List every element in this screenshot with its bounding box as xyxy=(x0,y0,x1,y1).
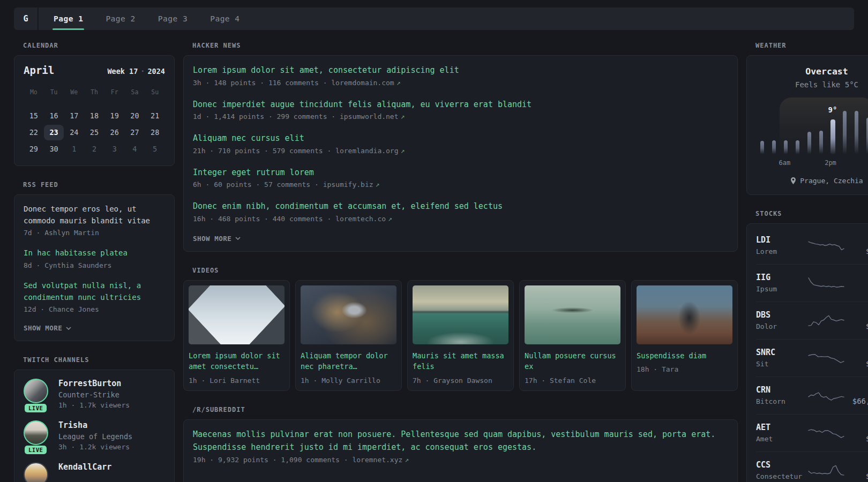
external-link-icon[interactable]: ↗ xyxy=(401,147,405,155)
twitch-channel-row[interactable]: LIVE ForrestBurton Counter-Strike 1h · 1… xyxy=(24,379,165,409)
subreddit-post-meta: 19h · 9,932 points · 1,090 comments · lo… xyxy=(193,456,728,464)
video-title[interactable]: Nullam posuere cursus ex xyxy=(525,350,620,373)
calendar-day: 5 xyxy=(145,141,165,157)
weather-bar xyxy=(855,111,858,154)
weather-bar-cell xyxy=(862,103,868,154)
calendar-day: 4 xyxy=(125,141,145,157)
stock-row[interactable]: CCS Consectetur +0.51% $165.84 xyxy=(756,451,868,482)
video-title[interactable]: Lorem ipsum dolor sit amet consectetu… xyxy=(189,350,285,373)
stock-id: CRN Bitcorn xyxy=(756,385,808,405)
weather-time-label xyxy=(756,159,767,167)
video-title[interactable]: Aliquam tempor dolor nec pharetra… xyxy=(301,350,396,373)
external-link-icon[interactable]: ↗ xyxy=(388,215,392,223)
video-title[interactable]: Mauris sit amet massa felis xyxy=(413,350,508,373)
hackernews-item-domain-link[interactable]: ipsumworld.net xyxy=(340,112,399,120)
calendar-card: April Week 17·2024 MoTuWeThFrSaSu 15 16 xyxy=(14,55,175,166)
twitch-channel-row[interactable]: LIVE Trisha League of Legends 3h · 1.2k … xyxy=(24,420,165,451)
stock-name: Dolor xyxy=(756,322,808,330)
calendar-weekday: Sa xyxy=(125,86,145,99)
video-meta: 1h · Molly Carrillo xyxy=(301,376,396,385)
twitch-card: LIVE ForrestBurton Counter-Strike 1h · 1… xyxy=(14,370,175,482)
stock-price: $148.64 xyxy=(845,359,868,368)
hackernews-item-title[interactable]: Lorem ipsum dolor sit amet, consectetur … xyxy=(193,64,728,77)
twitch-avatar-wrap: LIVE xyxy=(24,420,50,451)
external-link-icon[interactable]: ↗ xyxy=(405,456,409,464)
rss-item: Donec tempor eros leo, ut commodo mauris… xyxy=(24,204,165,237)
video-thumbnail[interactable] xyxy=(189,285,285,344)
stock-values: +0.51% $165.84 xyxy=(845,461,868,480)
hackernews-item-domain-link[interactable]: ipsumify.biz xyxy=(323,180,373,189)
twitch-channel-row[interactable]: KendallCarr xyxy=(24,462,165,482)
weather-bar xyxy=(796,140,799,154)
hackernews-widget: HACKER NEWS Lorem ipsum dolor sit amet, … xyxy=(183,42,738,252)
hackernews-item-title[interactable]: Donec imperdiet augue tincidunt felis al… xyxy=(193,99,728,111)
live-badge: LIVE xyxy=(25,404,47,412)
video-card[interactable]: Mauris sit amet massa felis 7h · Grayson… xyxy=(407,280,514,391)
rss-item: Sed volutpat nulla nisl, a condimentum n… xyxy=(24,280,165,313)
hackernews-item-title[interactable]: Integer eget rutrum lorem xyxy=(193,167,728,179)
calendar-weekday: Mo xyxy=(24,86,44,99)
stock-values: +2.84% $42.04 xyxy=(845,273,868,293)
hackernews-item-title[interactable]: Aliquam nec cursus elit xyxy=(193,132,728,145)
stock-row[interactable]: LDI Lorem +4.35% $795.18 xyxy=(756,227,868,264)
subreddit-post-title[interactable]: Maecenas mollis pulvinar erat non posuer… xyxy=(193,428,728,454)
calendar-weekday-row: MoTuWeThFrSaSu xyxy=(24,86,165,99)
rss-item-title[interactable]: Sed volutpat nulla nisl, a condimentum n… xyxy=(24,280,165,303)
subreddit-post-domain-link[interactable]: loremnet.xyz xyxy=(352,456,402,464)
stock-id: AET Amet xyxy=(756,423,808,443)
calendar-day: 1 xyxy=(64,141,84,157)
video-thumbnail[interactable] xyxy=(637,285,732,344)
video-thumbnail[interactable] xyxy=(301,285,396,344)
external-link-icon[interactable]: ↗ xyxy=(396,79,401,87)
hackernews-item-domain-link[interactable]: loremtech.co xyxy=(335,215,386,223)
video-card[interactable]: Aliquam tempor dolor nec pharetra… 1h · … xyxy=(295,280,402,391)
page-tab[interactable]: Page 4 xyxy=(210,7,240,30)
calendar-year: 2024 xyxy=(147,67,165,76)
page-tab[interactable]: Page 3 xyxy=(158,7,188,30)
subreddit-post-stats: 19h · 9,932 points · 1,090 comments · xyxy=(193,456,348,464)
calendar-day: 28 xyxy=(145,125,165,140)
weather-time-label xyxy=(802,159,813,167)
stock-row[interactable]: DBS Dolor +1.42% $156.28 xyxy=(756,302,868,339)
video-card[interactable]: Suspendisse diam 18h · Tara xyxy=(631,280,738,391)
stock-row[interactable]: SNRC Sit +1.36% $148.64 xyxy=(756,339,868,376)
weather-time-label xyxy=(813,159,825,167)
weather-location: Prague, Czechia xyxy=(756,177,868,185)
video-title[interactable]: Suspendisse diam xyxy=(637,350,732,362)
external-link-icon[interactable]: ↗ xyxy=(401,112,405,120)
calendar-weekday: We xyxy=(64,86,84,99)
calendar-day: 17 xyxy=(64,108,84,124)
weather-bar-cell xyxy=(850,103,862,154)
stock-row[interactable]: CRN Bitcorn -1.00% $66,171.48 xyxy=(756,376,868,414)
weather-bar-cell xyxy=(791,103,803,154)
stock-row[interactable]: AET Amet +0.92% $499.72 xyxy=(756,414,868,451)
page-tab[interactable]: Page 2 xyxy=(106,7,135,30)
rss-show-more-button[interactable]: SHOW MORE xyxy=(24,324,165,332)
subreddit-post: Maecenas mollis pulvinar erat non posuer… xyxy=(193,428,728,464)
weather-bar xyxy=(843,111,847,154)
video-card[interactable]: Nullam posuere cursus ex 17h · Stefan Co… xyxy=(519,280,626,391)
stock-row[interactable]: IIG Ipsum +2.84% $42.04 xyxy=(756,264,868,302)
page-tab[interactable]: Page 1 xyxy=(54,7,83,30)
hackernews-item-domain-link[interactable]: loremlandia.org xyxy=(335,147,398,155)
rss-item-title[interactable]: In hac habitasse platea xyxy=(24,247,165,259)
rss-card: Donec tempor eros leo, ut commodo mauris… xyxy=(14,194,175,341)
hackernews-show-more-button[interactable]: SHOW MORE xyxy=(193,235,728,243)
hackernews-item-domain-link[interactable]: loremdomain.com xyxy=(331,79,394,87)
calendar-day: 30 xyxy=(44,141,64,157)
weather-bar xyxy=(807,132,811,154)
hackernews-item-stats: 16h · 468 points · 440 comments · xyxy=(193,215,331,223)
video-thumbnail[interactable] xyxy=(413,285,508,344)
hackernews-item: Lorem ipsum dolor sit amet, consectetur … xyxy=(193,64,728,87)
app-logo[interactable]: G xyxy=(14,7,39,30)
video-card[interactable]: Lorem ipsum dolor sit amet consectetu… 1… xyxy=(183,280,290,391)
rss-item-meta: 7d · Ashlyn Martin xyxy=(24,229,165,237)
external-link-icon[interactable]: ↗ xyxy=(376,180,380,189)
video-thumbnail[interactable] xyxy=(525,285,620,344)
rss-item-title[interactable]: Donec tempor eros leo, ut commodo mauris… xyxy=(24,204,165,227)
stock-price: $795.18 xyxy=(845,247,868,255)
weather-time-label xyxy=(836,159,848,167)
stock-id: CCS Consectetur xyxy=(756,460,808,480)
stock-price: $42.04 xyxy=(845,284,868,293)
hackernews-item-title[interactable]: Donec enim nibh, condimentum et accumsan… xyxy=(193,200,728,213)
